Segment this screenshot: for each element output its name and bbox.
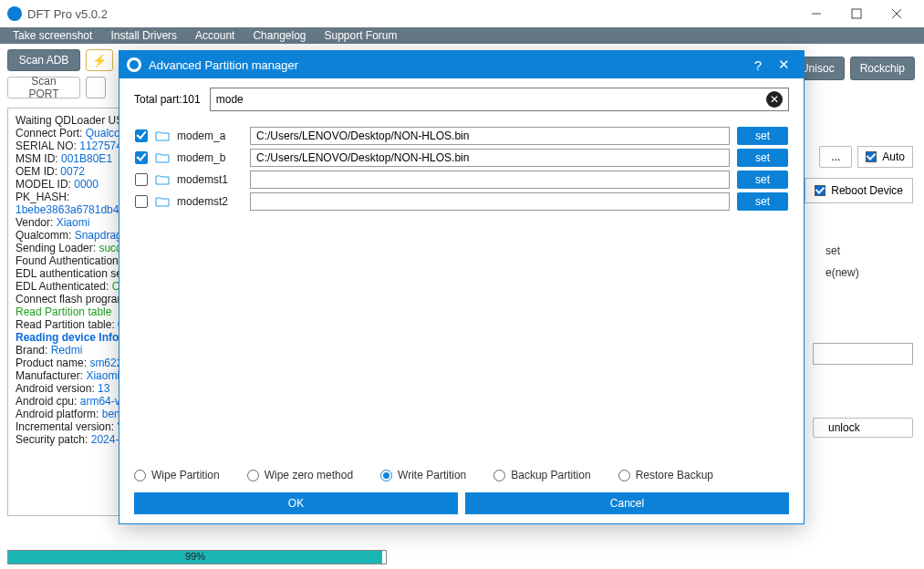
svg-rect-1 [852,9,861,18]
scan-adb-button[interactable]: Scan ADB [7,49,80,71]
minimize-button[interactable] [796,1,836,26]
menu-account[interactable]: Account [186,29,244,42]
reboot-label: Reboot Device [831,184,903,197]
radio-option[interactable]: Write Partition [380,469,466,481]
partition-path-input[interactable] [250,127,730,145]
partition-checkbox[interactable] [135,129,148,142]
browse-button[interactable]: ... [819,146,852,168]
radio-label: Wipe zero method [265,469,353,481]
progress-bar: 99% [7,550,387,564]
dialog-titlebar: Advanced Partition manager ? ✕ [119,51,804,78]
menu-screenshot[interactable]: Take screenshot [4,29,101,42]
menu-install-drivers[interactable]: Install Drivers [101,29,186,42]
unlock-button[interactable]: unlock [813,418,913,438]
brand-tabs: Unisoc Rockchip [791,57,915,80]
partition-list: modem_asetmodem_bsetmodemst1setmodemst2s… [134,124,789,213]
radio-option[interactable]: Backup Partition [493,469,590,481]
folder-icon[interactable] [155,196,170,207]
partition-checkbox[interactable] [135,173,148,186]
clear-search-icon[interactable]: ✕ [766,91,783,108]
menubar: Take screenshot Install Drivers Account … [0,27,924,44]
total-part-label: Total part:101 [134,93,201,106]
set-button[interactable]: set [737,171,788,189]
hint-new: e(new) [825,266,859,279]
scan-port-button[interactable]: Scan PORT [7,77,80,98]
set-button[interactable]: set [737,127,788,145]
dialog-help-button[interactable]: ? [745,57,771,73]
radio-icon [380,470,392,481]
window-title: DFT Pro v5.0.2 [27,7,796,21]
folder-icon[interactable] [155,174,170,185]
partition-name: modemst1 [177,173,243,186]
dialog-icon [127,57,141,72]
dialog-close-button[interactable]: ✕ [771,57,796,73]
radio-option[interactable]: Restore Backup [618,469,713,481]
radio-icon [618,470,630,481]
text-input[interactable] [813,343,913,365]
radio-label: Backup Partition [511,469,590,481]
hint-set: set [825,244,840,257]
radio-icon [134,470,146,481]
partition-row: modemst2set [135,192,788,211]
reboot-checkbox[interactable] [815,185,825,196]
auto-checkbox[interactable] [866,151,877,162]
partition-row: modemst1set [135,171,788,189]
partition-row: modem_bset [135,149,788,167]
partition-name: modem_a [177,129,243,142]
menu-changelog[interactable]: Changelog [244,29,315,42]
radio-icon [493,470,505,481]
dialog-title: Advanced Partition manager [149,58,745,72]
radio-label: Write Partition [398,469,466,481]
status-icon[interactable]: ⚡ [86,49,113,71]
menu-support-forum[interactable]: Support Forum [316,29,407,42]
app-icon [7,6,22,21]
partition-manager-dialog: Advanced Partition manager ? ✕ Total par… [119,50,805,524]
search-input[interactable] [216,93,766,106]
radio-label: Wipe Partition [151,469,220,481]
folder-icon[interactable] [155,152,170,163]
partition-name: modemst2 [177,195,243,208]
maximize-button[interactable] [836,1,877,26]
partition-path-input[interactable] [250,149,730,167]
cancel-button[interactable]: Cancel [465,492,789,514]
partition-path-input[interactable] [250,192,730,211]
partition-name: modem_b [177,151,243,164]
reboot-device-option[interactable]: Reboot Device [805,178,913,203]
auto-label: Auto [882,150,905,163]
search-box[interactable]: ✕ [210,88,789,111]
partition-path-input[interactable] [250,171,730,189]
radio-option[interactable]: Wipe zero method [247,469,353,481]
close-button[interactable] [877,1,917,26]
radio-icon [247,470,259,481]
folder-icon[interactable] [155,130,170,141]
progress-label: 99% [185,551,205,562]
tab-rockchip[interactable]: Rockchip [850,57,915,80]
set-button[interactable]: set [737,192,788,211]
partition-checkbox[interactable] [135,195,148,208]
radio-option[interactable]: Wipe Partition [134,469,220,481]
radio-label: Restore Backup [636,469,713,481]
partition-row: modem_aset [135,127,788,145]
aux-button[interactable] [86,77,106,98]
operation-radios: Wipe PartitionWipe zero methodWrite Part… [134,460,789,492]
set-button[interactable]: set [737,149,788,167]
ok-button[interactable]: OK [134,492,458,514]
titlebar: DFT Pro v5.0.2 [0,0,924,27]
partition-checkbox[interactable] [135,151,148,164]
